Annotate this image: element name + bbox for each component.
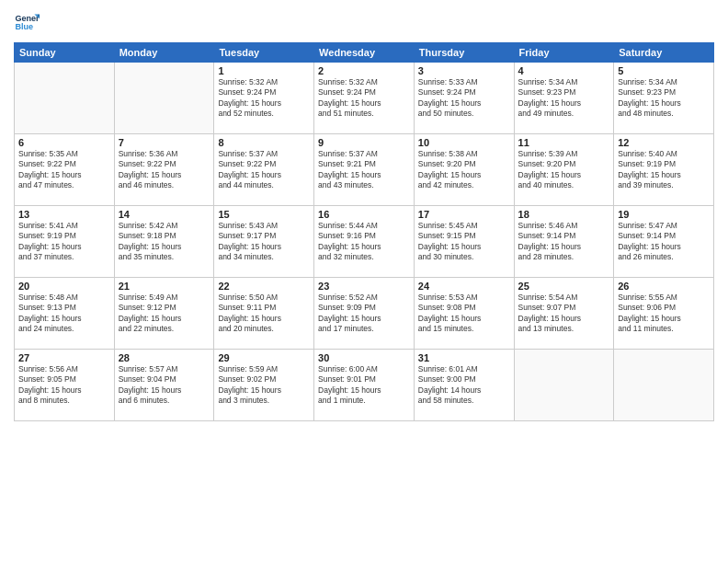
calendar-cell: 8Sunrise: 5:37 AM Sunset: 9:22 PM Daylig…	[214, 134, 314, 206]
calendar-cell: 31Sunrise: 6:01 AM Sunset: 9:00 PM Dayli…	[414, 350, 514, 421]
day-number: 13	[18, 209, 110, 220]
calendar-cell: 30Sunrise: 6:00 AM Sunset: 9:01 PM Dayli…	[314, 350, 415, 421]
calendar-cell	[114, 63, 214, 134]
calendar-week-1: 1Sunrise: 5:32 AM Sunset: 9:24 PM Daylig…	[15, 63, 714, 134]
day-info: Sunrise: 5:48 AM Sunset: 9:13 PM Dayligh…	[18, 293, 110, 335]
day-number: 23	[318, 281, 410, 292]
calendar-cell: 22Sunrise: 5:50 AM Sunset: 9:11 PM Dayli…	[214, 278, 314, 350]
day-number: 9	[318, 137, 410, 148]
logo: General Blue	[14, 9, 40, 35]
day-info: Sunrise: 5:39 AM Sunset: 9:20 PM Dayligh…	[518, 149, 610, 191]
svg-text:Blue: Blue	[15, 22, 33, 31]
page-header: General Blue	[14, 9, 714, 35]
calendar-cell: 5Sunrise: 5:34 AM Sunset: 9:23 PM Daylig…	[614, 63, 714, 134]
calendar-week-3: 13Sunrise: 5:41 AM Sunset: 9:19 PM Dayli…	[15, 206, 714, 278]
calendar-cell: 19Sunrise: 5:47 AM Sunset: 9:14 PM Dayli…	[614, 206, 714, 278]
day-number: 4	[518, 65, 610, 76]
day-info: Sunrise: 5:40 AM Sunset: 9:19 PM Dayligh…	[618, 149, 710, 191]
weekday-header-monday: Monday	[114, 43, 214, 63]
calendar-cell: 23Sunrise: 5:52 AM Sunset: 9:09 PM Dayli…	[314, 278, 415, 350]
day-info: Sunrise: 5:46 AM Sunset: 9:14 PM Dayligh…	[518, 221, 610, 263]
weekday-header-saturday: Saturday	[614, 43, 714, 63]
day-number: 20	[18, 281, 110, 292]
calendar-cell	[15, 63, 115, 134]
weekday-header-wednesday: Wednesday	[314, 43, 415, 63]
day-number: 15	[218, 209, 310, 220]
day-number: 12	[618, 137, 710, 148]
calendar-cell: 29Sunrise: 5:59 AM Sunset: 9:02 PM Dayli…	[214, 350, 314, 421]
day-info: Sunrise: 5:36 AM Sunset: 9:22 PM Dayligh…	[119, 149, 210, 191]
day-info: Sunrise: 5:37 AM Sunset: 9:21 PM Dayligh…	[318, 149, 410, 191]
calendar-cell: 9Sunrise: 5:37 AM Sunset: 9:21 PM Daylig…	[314, 134, 415, 206]
calendar-cell: 4Sunrise: 5:34 AM Sunset: 9:23 PM Daylig…	[514, 63, 614, 134]
calendar-cell: 16Sunrise: 5:44 AM Sunset: 9:16 PM Dayli…	[314, 206, 415, 278]
day-info: Sunrise: 5:34 AM Sunset: 9:23 PM Dayligh…	[618, 77, 710, 120]
day-info: Sunrise: 5:57 AM Sunset: 9:04 PM Dayligh…	[119, 364, 210, 407]
logo-icon: General Blue	[14, 9, 40, 35]
day-info: Sunrise: 5:42 AM Sunset: 9:18 PM Dayligh…	[119, 221, 210, 263]
day-number: 10	[418, 137, 510, 148]
day-info: Sunrise: 5:55 AM Sunset: 9:06 PM Dayligh…	[618, 293, 710, 335]
calendar-week-4: 20Sunrise: 5:48 AM Sunset: 9:13 PM Dayli…	[15, 278, 714, 350]
calendar-cell: 1Sunrise: 5:32 AM Sunset: 9:24 PM Daylig…	[214, 63, 314, 134]
day-info: Sunrise: 5:34 AM Sunset: 9:23 PM Dayligh…	[518, 77, 610, 120]
calendar-cell: 2Sunrise: 5:32 AM Sunset: 9:24 PM Daylig…	[314, 63, 415, 134]
day-info: Sunrise: 5:38 AM Sunset: 9:20 PM Dayligh…	[418, 149, 510, 191]
day-info: Sunrise: 6:00 AM Sunset: 9:01 PM Dayligh…	[318, 364, 410, 407]
day-info: Sunrise: 5:54 AM Sunset: 9:07 PM Dayligh…	[518, 293, 610, 335]
weekday-header-tuesday: Tuesday	[214, 43, 314, 63]
day-number: 21	[119, 281, 210, 292]
day-number: 25	[518, 281, 610, 292]
day-info: Sunrise: 5:47 AM Sunset: 9:14 PM Dayligh…	[618, 221, 710, 263]
day-number: 7	[119, 137, 210, 148]
calendar-cell: 28Sunrise: 5:57 AM Sunset: 9:04 PM Dayli…	[114, 350, 214, 421]
day-info: Sunrise: 5:56 AM Sunset: 9:05 PM Dayligh…	[18, 364, 110, 407]
calendar-cell: 24Sunrise: 5:53 AM Sunset: 9:08 PM Dayli…	[414, 278, 514, 350]
day-info: Sunrise: 5:52 AM Sunset: 9:09 PM Dayligh…	[318, 293, 410, 335]
calendar-cell: 15Sunrise: 5:43 AM Sunset: 9:17 PM Dayli…	[214, 206, 314, 278]
day-info: Sunrise: 5:49 AM Sunset: 9:12 PM Dayligh…	[119, 293, 210, 335]
day-info: Sunrise: 5:41 AM Sunset: 9:19 PM Dayligh…	[18, 221, 110, 263]
weekday-header-thursday: Thursday	[414, 43, 514, 63]
calendar-cell: 17Sunrise: 5:45 AM Sunset: 9:15 PM Dayli…	[414, 206, 514, 278]
day-info: Sunrise: 5:32 AM Sunset: 9:24 PM Dayligh…	[218, 77, 310, 120]
day-number: 18	[518, 209, 610, 220]
day-info: Sunrise: 5:45 AM Sunset: 9:15 PM Dayligh…	[418, 221, 510, 263]
day-info: Sunrise: 5:50 AM Sunset: 9:11 PM Dayligh…	[218, 293, 310, 335]
day-number: 8	[218, 137, 310, 148]
calendar-cell: 18Sunrise: 5:46 AM Sunset: 9:14 PM Dayli…	[514, 206, 614, 278]
calendar-cell: 14Sunrise: 5:42 AM Sunset: 9:18 PM Dayli…	[114, 206, 214, 278]
day-number: 5	[618, 65, 710, 76]
calendar-cell: 12Sunrise: 5:40 AM Sunset: 9:19 PM Dayli…	[614, 134, 714, 206]
calendar-cell: 3Sunrise: 5:33 AM Sunset: 9:24 PM Daylig…	[414, 63, 514, 134]
day-number: 27	[18, 352, 110, 363]
day-number: 19	[618, 209, 710, 220]
calendar-cell	[514, 350, 614, 421]
calendar-cell: 27Sunrise: 5:56 AM Sunset: 9:05 PM Dayli…	[15, 350, 115, 421]
calendar-week-5: 27Sunrise: 5:56 AM Sunset: 9:05 PM Dayli…	[15, 350, 714, 421]
calendar-cell: 21Sunrise: 5:49 AM Sunset: 9:12 PM Dayli…	[114, 278, 214, 350]
weekday-header-friday: Friday	[514, 43, 614, 63]
day-number: 11	[518, 137, 610, 148]
day-number: 2	[318, 65, 410, 76]
day-info: Sunrise: 5:53 AM Sunset: 9:08 PM Dayligh…	[418, 293, 510, 335]
weekday-header-sunday: Sunday	[15, 43, 115, 63]
day-info: Sunrise: 5:59 AM Sunset: 9:02 PM Dayligh…	[218, 364, 310, 407]
calendar-cell: 25Sunrise: 5:54 AM Sunset: 9:07 PM Dayli…	[514, 278, 614, 350]
calendar-cell: 7Sunrise: 5:36 AM Sunset: 9:22 PM Daylig…	[114, 134, 214, 206]
calendar-cell: 6Sunrise: 5:35 AM Sunset: 9:22 PM Daylig…	[15, 134, 115, 206]
weekday-header-row: SundayMondayTuesdayWednesdayThursdayFrid…	[15, 43, 714, 63]
day-number: 16	[318, 209, 410, 220]
day-number: 30	[318, 352, 410, 363]
day-info: Sunrise: 5:33 AM Sunset: 9:24 PM Dayligh…	[418, 77, 510, 120]
day-number: 29	[218, 352, 310, 363]
day-number: 6	[18, 137, 110, 148]
calendar-cell: 26Sunrise: 5:55 AM Sunset: 9:06 PM Dayli…	[614, 278, 714, 350]
day-info: Sunrise: 6:01 AM Sunset: 9:00 PM Dayligh…	[418, 364, 510, 407]
day-number: 22	[218, 281, 310, 292]
calendar-cell: 20Sunrise: 5:48 AM Sunset: 9:13 PM Dayli…	[15, 278, 115, 350]
calendar-table: SundayMondayTuesdayWednesdayThursdayFrid…	[14, 42, 714, 421]
day-info: Sunrise: 5:44 AM Sunset: 9:16 PM Dayligh…	[318, 221, 410, 263]
calendar-cell: 10Sunrise: 5:38 AM Sunset: 9:20 PM Dayli…	[414, 134, 514, 206]
day-info: Sunrise: 5:43 AM Sunset: 9:17 PM Dayligh…	[218, 221, 310, 263]
